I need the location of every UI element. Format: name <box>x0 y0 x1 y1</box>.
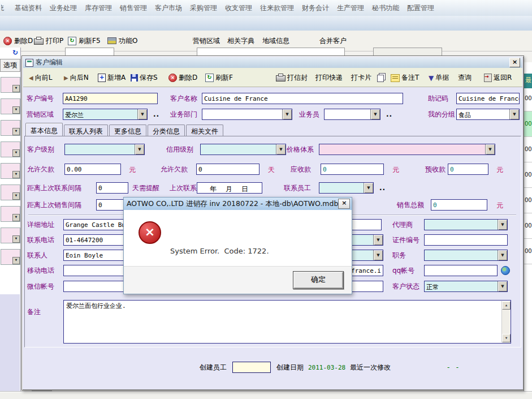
print-express-button[interactable]: 打印快递 <box>315 73 343 83</box>
sales-total-input[interactable]: 0 <box>431 199 487 211</box>
menu-item-partial[interactable]: 统 <box>1 3 7 13</box>
ok-button[interactable]: 确定 <box>293 271 344 289</box>
menu-item-accounts[interactable]: 往来款管理 <box>260 3 294 13</box>
dept-select[interactable] <box>202 109 292 120</box>
form-icon <box>25 59 33 67</box>
debt-days-unit: 天 <box>268 165 275 175</box>
menu-item-income-expense[interactable]: 收支管理 <box>225 3 252 13</box>
print-card-button[interactable]: 打卡片 <box>351 73 371 83</box>
customer-no-input[interactable]: AA1290 <box>63 93 158 104</box>
documents-button[interactable]: 单据 <box>429 73 449 83</box>
menu-item-sales[interactable]: 销售管理 <box>120 3 147 13</box>
salesman-more-button[interactable]: .. <box>386 110 392 118</box>
prepaid-input[interactable]: 0 <box>448 164 488 175</box>
filter-dropdown[interactable] <box>1 206 20 222</box>
scroll-down-icon[interactable] <box>502 334 511 342</box>
menu-item-finance[interactable]: 财务会计 <box>302 3 329 13</box>
region-select[interactable]: 爱尔兰 <box>63 109 148 120</box>
note-button[interactable]: 备注T <box>391 73 419 83</box>
customer-name-input[interactable]: Cuisine de France <box>202 93 403 104</box>
receivable-unit: 元 <box>392 165 399 175</box>
copy-button[interactable] <box>377 73 386 82</box>
notes-textarea[interactable]: 爱尔兰面包行业企业. <box>63 300 511 344</box>
dropdown-arrow-icon[interactable] <box>509 109 519 119</box>
dropdown-arrow-icon[interactable] <box>373 250 383 260</box>
menu-bar: 统 基础资料 业务处理 库存管理 销售管理 客户市场 采购管理 收支管理 往来款… <box>0 0 532 16</box>
mnemonic-input[interactable]: Cuisine de France <box>456 93 520 104</box>
return-button[interactable]: 返回R <box>484 73 512 83</box>
options-tab[interactable]: 选项 <box>0 59 20 72</box>
dropdown-arrow-icon[interactable] <box>364 183 373 193</box>
tab-related-files[interactable]: 相关文件 <box>186 125 223 136</box>
filter-dropdown[interactable] <box>1 141 20 157</box>
tab-basic-info[interactable]: 基本信息 <box>25 123 63 136</box>
globe-icon[interactable] <box>501 266 510 275</box>
print-button[interactable]: 打印P <box>34 31 63 51</box>
filter-dropdown[interactable] <box>1 185 20 200</box>
dropdown-arrow-icon[interactable] <box>282 109 292 119</box>
dropdown-arrow-icon[interactable] <box>135 144 144 155</box>
job-title-label: 职务 <box>392 251 406 260</box>
dropdown-arrow-icon[interactable] <box>485 144 495 155</box>
dropdown-arrow-icon[interactable] <box>373 235 383 245</box>
tab-contact-list[interactable]: 联系人列表 <box>64 125 108 136</box>
qq-input[interactable] <box>424 265 498 276</box>
filter-dropdown[interactable] <box>1 249 20 265</box>
menu-item-customer-market[interactable]: 客户市场 <box>155 3 182 13</box>
add-button[interactable]: 新增A <box>98 73 126 83</box>
status-select[interactable]: 正常 <box>424 281 508 292</box>
query-button[interactable]: 查询 <box>458 73 472 83</box>
error-titlebar[interactable]: AOTWO CO,.LTD 进销存 inv 20180722 - 本地-db\A… <box>124 198 352 210</box>
dialog-titlebar[interactable]: 客户编辑 × <box>23 57 522 68</box>
toolbar-band <box>0 16 532 31</box>
menu-item-config[interactable]: 配置管理 <box>407 3 434 13</box>
delete-record-button[interactable]: 删除D <box>168 73 197 83</box>
note-icon <box>391 74 400 82</box>
error-close-button[interactable]: × <box>338 199 350 209</box>
refresh-record-button[interactable]: 刷新F <box>205 73 233 83</box>
filter-dropdown[interactable] <box>1 228 20 243</box>
salesman-select[interactable] <box>324 109 380 120</box>
next-button[interactable]: 向后N <box>64 73 89 83</box>
dropdown-arrow-icon[interactable] <box>498 220 507 230</box>
notes-scrollbar[interactable] <box>501 301 510 342</box>
job-title-select[interactable] <box>424 250 508 261</box>
dropdown-arrow-icon[interactable] <box>137 109 147 119</box>
filter-dropdown[interactable] <box>1 120 20 136</box>
creator-input[interactable] <box>232 362 271 373</box>
menu-item-secretary[interactable]: 秘书功能 <box>372 3 399 13</box>
dialog-close-button[interactable]: × <box>509 58 520 67</box>
menu-item-purchase[interactable]: 采购管理 <box>190 3 217 13</box>
tab-more-info[interactable]: 更多信息 <box>109 125 146 136</box>
debt-amount-input[interactable]: 0.00 <box>64 164 121 175</box>
print-envelope-button[interactable]: 打信封 <box>276 73 308 83</box>
credit-select[interactable] <box>200 144 286 155</box>
dropdown-arrow-icon[interactable] <box>498 281 507 291</box>
debt-days-input[interactable]: 0 <box>196 164 259 175</box>
dropdown-arrow-icon[interactable] <box>276 144 286 155</box>
group-select[interactable]: 食品 <box>456 109 520 120</box>
level-select[interactable] <box>64 144 145 155</box>
menu-item-base-data[interactable]: 基础资料 <box>15 3 42 13</box>
tab-classification[interactable]: 分类信息 <box>148 125 185 136</box>
filter-dropdown[interactable] <box>1 77 20 93</box>
scroll-up-icon[interactable] <box>502 301 511 310</box>
contact-staff-more-button[interactable]: .. <box>379 184 386 192</box>
menu-item-inventory[interactable]: 库存管理 <box>85 3 112 13</box>
receivable-input[interactable]: 0 <box>321 164 384 175</box>
menu-item-business[interactable]: 业务处理 <box>50 3 77 13</box>
last-contact-date[interactable]: 年 月 日 <box>197 182 262 194</box>
cert-no-input[interactable] <box>424 234 508 246</box>
price-system-select[interactable] <box>319 144 495 155</box>
prev-button[interactable]: 向前L <box>29 73 52 83</box>
contact-gap-input[interactable]: 0 <box>96 182 128 194</box>
save-button[interactable]: 保存S <box>131 73 158 83</box>
filter-dropdown[interactable] <box>1 163 20 179</box>
contact-staff-select[interactable] <box>319 182 374 194</box>
menu-item-production[interactable]: 生产管理 <box>337 3 364 13</box>
filter-dropdown[interactable] <box>1 98 20 114</box>
dropdown-arrow-icon[interactable] <box>370 109 380 119</box>
dropdown-arrow-icon[interactable] <box>498 250 507 260</box>
region-more-button[interactable]: .. <box>153 110 159 118</box>
agent-select[interactable] <box>424 219 508 230</box>
